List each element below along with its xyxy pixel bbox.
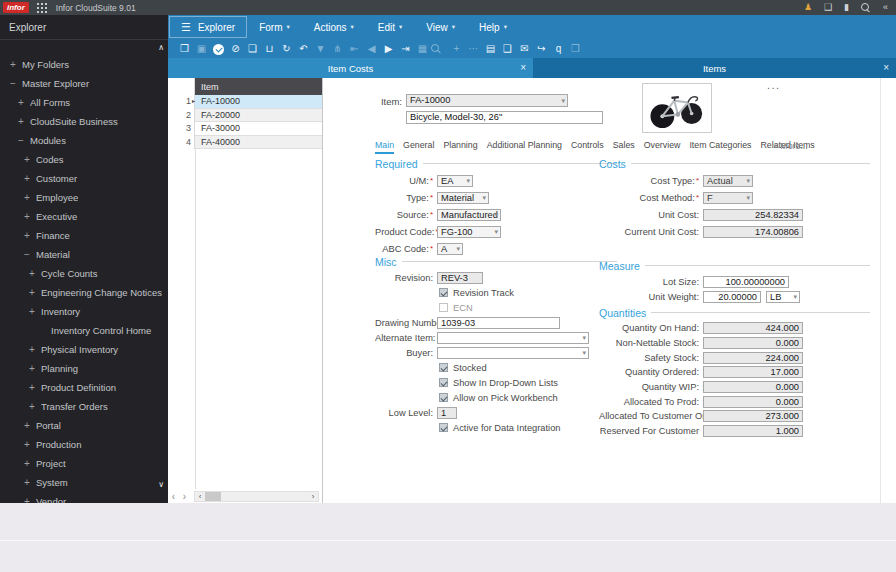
menu-form[interactable]: Form▾ [247,15,302,39]
undo-icon[interactable]: ↶ [295,39,312,58]
grid-column-header-item[interactable]: Item [195,78,322,95]
chevron-down-icon[interactable]: ▾ [456,245,460,252]
sidebar-item-engineering-change-notices[interactable]: +Engineering Change Notices [0,283,168,302]
alternate-item-select[interactable]: ▾ [437,332,589,344]
filter-icon[interactable]: ▼ [312,39,329,58]
tab-controls[interactable]: Controls [571,140,604,152]
expander-icon[interactable]: + [27,344,37,355]
sidebar-item-vendor[interactable]: +Vendor [0,492,168,503]
approve-icon[interactable] [210,39,227,58]
sidebar-item-production[interactable]: +Production [0,435,168,454]
active-for-data-integration-checkbox[interactable] [439,423,448,432]
expander-icon[interactable]: + [22,173,32,184]
sidebar-item-customer[interactable]: +Customer [0,169,168,188]
show-in-drop-down-lists-checkbox[interactable] [439,378,448,387]
tab-sales[interactable]: Sales [613,140,635,152]
chevron-down-icon[interactable]: ▾ [582,349,586,356]
menu-help[interactable]: Help▾ [467,15,519,39]
expander-icon[interactable]: + [22,496,32,503]
sidebar-item-transfer-orders[interactable]: +Transfer Orders [0,397,168,416]
app-launcher-grid-icon[interactable] [37,3,47,13]
last-record-icon[interactable]: ⇥ [397,39,414,58]
sidebar-item-modules[interactable]: −Modules [0,131,168,150]
horizontal-scrollbar[interactable]: ‹ › [194,491,319,502]
hierarchy-icon[interactable]: ⋔ [329,39,346,58]
abc-code-select[interactable]: A▾ [437,243,463,255]
expander-icon[interactable]: + [27,363,37,374]
chevron-down-icon[interactable]: ▾ [494,211,498,218]
bookmark-icon[interactable]: ▮ [844,0,849,15]
grid-view-icon[interactable]: ▦ [414,39,431,58]
expander-icon[interactable]: + [22,192,32,203]
expander-icon[interactable]: − [8,78,18,89]
item-combo[interactable]: FA-10000 ▾ [406,94,568,107]
expander-icon[interactable]: + [27,268,37,279]
chevron-down-icon[interactable]: ▾ [582,334,586,341]
sign-out-icon[interactable]: ↪ [533,39,550,58]
sidebar-item-planning[interactable]: +Planning [0,359,168,378]
chevron-down-icon[interactable]: ▾ [494,228,498,235]
unit-weight-uom-select[interactable]: LB▾ [766,291,800,303]
allow-on-pick-workbench-checkbox[interactable] [439,393,448,402]
sidebar-item-portal[interactable]: +Portal [0,416,168,435]
sidebar-item-project[interactable]: +Project [0,454,168,473]
expander-icon[interactable]: + [8,59,18,70]
sidebar-item-physical-inventory[interactable]: +Physical Inventory [0,340,168,359]
tab-main[interactable]: Main [375,140,394,154]
chevron-down-icon[interactable]: ▾ [793,293,797,300]
first-record-icon[interactable]: ⇤ [346,39,363,58]
calendar-icon[interactable]: ▤ [482,39,499,58]
user-icon[interactable]: ♟ [804,0,812,15]
menu-edit[interactable]: Edit▾ [366,15,415,39]
expander-icon[interactable]: + [22,420,32,431]
expander-icon[interactable]: + [27,287,37,298]
collapse-panel-icon[interactable]: « [883,0,888,15]
refresh-icon[interactable]: ↻ [278,39,295,58]
sidebar-item-inventory-control-home[interactable]: Inventory Control Home [0,321,168,340]
delete-icon[interactable]: ⊔ [261,39,278,58]
chevron-down-icon[interactable]: ▾ [466,177,470,184]
tab-item-categories[interactable]: Item Categories [689,140,751,152]
expander-icon[interactable]: − [16,135,26,146]
more-actions-icon[interactable]: ⋯ [465,39,482,58]
chevron-down-icon[interactable]: ▾ [746,177,750,184]
close-icon[interactable]: × [520,63,526,73]
ecn-checkbox[interactable] [439,303,448,312]
expander-icon[interactable]: + [22,458,32,469]
table-row[interactable]: 4FA-40000 [168,136,322,150]
scrollbar-thumb[interactable] [205,492,221,501]
table-row[interactable]: 1▸FA-10000 [168,95,322,109]
cost-method-select[interactable]: F▾ [703,192,753,204]
expander-icon[interactable]: + [22,439,32,450]
sidebar-item-cycle-counts[interactable]: +Cycle Counts [0,264,168,283]
expander-icon[interactable]: − [22,249,32,260]
new-record-icon[interactable]: ❏ [244,39,261,58]
save-icon[interactable]: ▣ [193,39,210,58]
drawing-number-field[interactable]: 1039-03 [437,317,560,329]
source-select[interactable]: Manufactured▾ [437,209,501,221]
sidebar-item-codes[interactable]: +Codes [0,150,168,169]
chevron-down-icon[interactable]: ▾ [746,194,750,201]
expander-icon[interactable]: + [22,154,32,165]
unit-weight-field[interactable]: 20.00000 [703,291,761,303]
document-icon[interactable]: ❑ [499,39,516,58]
expander-icon[interactable]: + [22,230,32,241]
open-window-icon[interactable]: ❒ [567,39,584,58]
sidebar-item-master-explorer[interactable]: −Master Explorer [0,74,168,93]
item-cell[interactable]: FA-30000 [195,122,322,136]
form-overflow-menu[interactable]: ... [767,79,781,91]
cost-type-select[interactable]: Actual▾ [703,175,753,187]
expander-icon[interactable]: + [16,97,26,108]
menu-actions[interactable]: Actions▾ [302,15,366,39]
lot-size-field[interactable]: 100.00000000 [703,276,789,288]
expander-icon[interactable]: + [27,401,37,412]
scroll-left-icon[interactable]: ‹ [195,492,205,501]
sidebar-item-material[interactable]: −Material [0,245,168,264]
sidebar-item-product-definition[interactable]: +Product Definition [0,378,168,397]
tab-planning[interactable]: Planning [443,140,477,152]
table-row[interactable]: 2FA-20000 [168,109,322,123]
open-folder-icon[interactable]: ❐ [176,39,193,58]
tab-additional-planning[interactable]: Additional Planning [487,140,562,152]
sidebar-item-inventory[interactable]: +Inventory [0,302,168,321]
previous-record-icon[interactable]: ◀ [363,39,380,58]
